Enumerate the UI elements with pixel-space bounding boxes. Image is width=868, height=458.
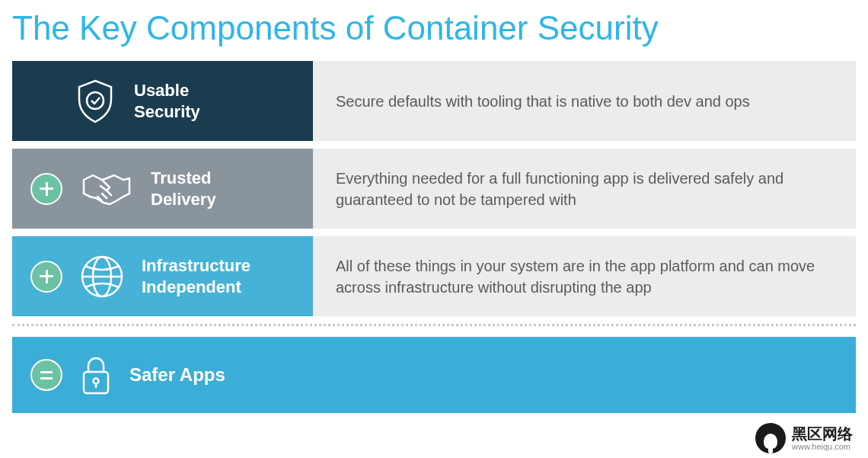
- row-label: Trusted Delivery: [151, 168, 216, 210]
- shield-check-icon: [73, 78, 117, 125]
- equals-icon: [30, 359, 62, 391]
- row-description: Secure defaults with tooling that is nat…: [313, 61, 856, 141]
- row-label: Infrastructure Independent: [142, 255, 251, 297]
- globe-icon: [79, 254, 125, 299]
- plus-icon: [30, 261, 62, 293]
- svg-rect-4: [84, 372, 108, 393]
- watermark-url: www.heiqu.com: [792, 442, 853, 451]
- row-description: All of these things in your system are i…: [313, 236, 856, 316]
- svg-point-0: [87, 92, 104, 109]
- divider: [12, 324, 856, 326]
- svg-point-5: [94, 379, 99, 384]
- result-row: Safer Apps: [12, 337, 856, 413]
- watermark-title: 黑区网络: [792, 425, 853, 442]
- component-row-trusted: Trusted Delivery Everything needed for a…: [12, 149, 856, 229]
- mushroom-icon: [755, 423, 786, 453]
- handshake-icon: [79, 168, 134, 210]
- component-row-infrastructure: Infrastructure Independent All of these …: [12, 236, 856, 316]
- lock-icon: [79, 354, 113, 396]
- result-label: Safer Apps: [129, 364, 225, 386]
- component-row-usable: Usable Security Secure defaults with too…: [12, 61, 856, 141]
- plus-icon: [30, 173, 62, 205]
- row-description: Everything needed for a full functioning…: [313, 149, 856, 229]
- watermark: 黑区网络 www.heiqu.com: [755, 423, 853, 453]
- slide-title: The Key Components of Container Security: [12, 0, 856, 61]
- row-label: Usable Security: [134, 80, 200, 122]
